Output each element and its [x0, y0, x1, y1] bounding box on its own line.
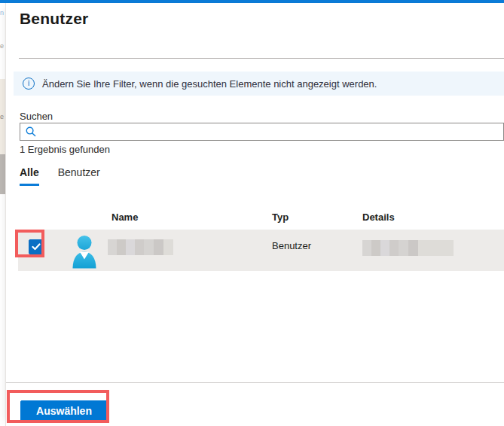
background-text-fragment: e — [0, 42, 6, 50]
row-checkbox[interactable] — [29, 239, 44, 254]
search-icon — [26, 126, 36, 137]
search-box[interactable] — [20, 123, 504, 141]
redacted-user-details — [362, 240, 454, 256]
info-banner: i Ändern Sie Ihre Filter, wenn die gesuc… — [14, 72, 504, 96]
table-row[interactable]: Benutzer — [18, 230, 504, 271]
search-label: Suchen — [20, 111, 53, 122]
user-picker-flyout: n e e Benutzer i Ändern Sie Ihre Filter,… — [0, 0, 504, 426]
row-type-cell: Benutzer — [272, 240, 311, 251]
user-avatar-icon — [72, 234, 97, 272]
results-count-text: 1 Ergebnis gefunden — [20, 144, 110, 155]
redacted-user-name — [108, 239, 173, 255]
tab-alle[interactable]: Alle — [20, 166, 39, 186]
background-block — [0, 154, 6, 194]
background-page-strip: n e e — [0, 3, 6, 426]
benutzer-panel: Benutzer i Ändern Sie Ihre Filter, wenn … — [6, 3, 504, 426]
background-text-fragment: n — [0, 9, 6, 17]
info-icon: i — [23, 78, 35, 90]
column-header-name: Name — [111, 211, 138, 223]
footer-divider — [6, 382, 504, 383]
select-button[interactable]: Auswählen — [20, 400, 108, 421]
checkmark-icon — [32, 243, 41, 251]
column-header-typ: Typ — [272, 211, 289, 223]
table-header: Name Typ Details — [18, 211, 504, 227]
search-input[interactable] — [41, 124, 503, 139]
tab-benutzer[interactable]: Benutzer — [58, 166, 100, 186]
background-text-fragment: e — [0, 113, 6, 120]
page-title: Benutzer — [20, 10, 88, 28]
tab-bar: Alle Benutzer — [20, 166, 100, 186]
title-divider — [19, 58, 504, 59]
column-header-details: Details — [362, 211, 395, 223]
info-banner-text: Ändern Sie Ihre Filter, wenn die gesucht… — [42, 78, 377, 90]
